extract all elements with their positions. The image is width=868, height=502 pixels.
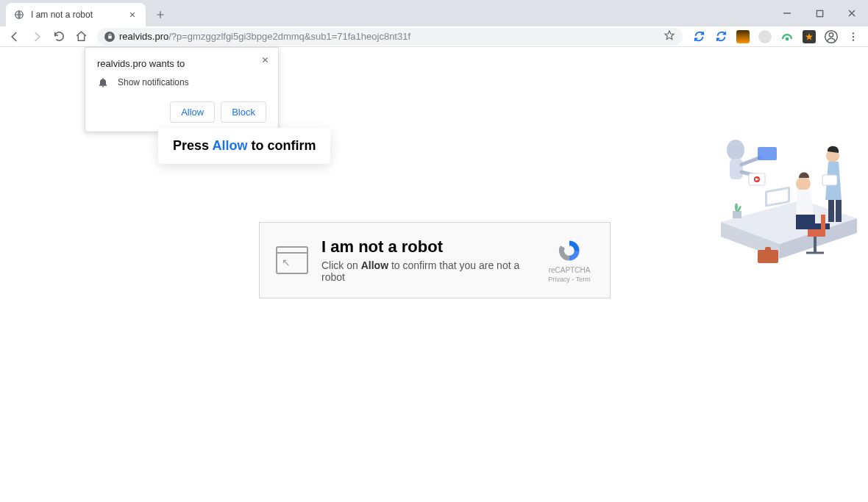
- address-bar[interactable]: realvids.pro/?p=gmzggzlfgi5gi3bpge2dmmq&…: [97, 28, 683, 46]
- allow-button[interactable]: Allow: [170, 101, 215, 123]
- profile-icon[interactable]: [821, 26, 842, 47]
- svg-rect-18: [811, 223, 830, 229]
- svg-rect-21: [828, 200, 834, 222]
- extension-sync2-icon[interactable]: [712, 28, 730, 46]
- svg-point-2: [786, 37, 789, 40]
- svg-point-16: [796, 176, 811, 191]
- home-button[interactable]: [71, 26, 91, 47]
- bell-icon: [97, 76, 109, 88]
- press-text-pre: Press: [173, 138, 212, 153]
- lock-icon: [104, 32, 115, 42]
- svg-point-11: [727, 140, 744, 160]
- recaptcha-links: Privacy - Term: [545, 276, 594, 283]
- bookmark-star-icon[interactable]: [664, 29, 675, 44]
- press-allow-tooltip: Press Allow to confirm: [158, 128, 330, 164]
- svg-point-7: [853, 39, 854, 40]
- maximize-button[interactable]: [803, 0, 836, 26]
- forward-button[interactable]: [26, 26, 47, 47]
- svg-rect-10: [733, 211, 741, 218]
- recaptcha-icon: [557, 238, 582, 263]
- reload-button[interactable]: [49, 26, 69, 47]
- svg-rect-12: [730, 159, 743, 179]
- page-content: realvids.pro wants to Show notifications…: [0, 47, 868, 502]
- extension-star-icon[interactable]: [800, 28, 818, 46]
- new-tab-button[interactable]: [150, 4, 171, 25]
- svg-rect-23: [822, 175, 837, 185]
- svg-rect-13: [758, 147, 777, 160]
- close-popup-icon[interactable]: [257, 52, 272, 67]
- extension-sync-icon[interactable]: [690, 28, 708, 46]
- svg-rect-1: [817, 10, 822, 16]
- press-text-post: to confirm: [247, 138, 316, 153]
- notification-permission-popup: realvids.pro wants to Show notifications…: [85, 47, 279, 132]
- svg-rect-24: [758, 250, 778, 263]
- globe-icon: [13, 9, 25, 21]
- minimize-button[interactable]: [771, 0, 803, 26]
- svg-rect-22: [836, 200, 842, 222]
- block-button[interactable]: Block: [221, 101, 266, 123]
- window-popup-icon: ↖: [276, 246, 308, 274]
- extension-green-icon[interactable]: [778, 28, 796, 46]
- tab-title: I am not a robot: [31, 10, 127, 20]
- recaptcha-label: reCAPTCHA: [545, 266, 594, 274]
- close-tab-icon[interactable]: [127, 9, 138, 21]
- captcha-subtitle: Click on Allow to confirm that you are n…: [321, 259, 545, 283]
- toolbar: realvids.pro/?p=gmzggzlfgi5gi3bpge2dmmq&…: [0, 26, 868, 47]
- decorative-illustration: [714, 104, 861, 281]
- captcha-title: I am not a robot: [321, 237, 545, 257]
- permission-item: Show notifications: [118, 77, 189, 87]
- svg-point-5: [853, 32, 854, 34]
- svg-rect-25: [765, 247, 771, 251]
- close-window-button[interactable]: [836, 0, 868, 26]
- svg-rect-19: [814, 237, 817, 253]
- back-button[interactable]: [4, 26, 25, 47]
- svg-point-6: [853, 35, 854, 37]
- menu-icon[interactable]: [843, 26, 864, 47]
- captcha-card: ↖ I am not a robot Click on Allow to con…: [259, 222, 611, 298]
- extension-gray-icon[interactable]: [756, 28, 774, 46]
- recaptcha-badge: reCAPTCHA Privacy - Term: [545, 238, 594, 283]
- svg-point-4: [829, 32, 833, 36]
- permission-header: realvids.pro wants to: [97, 58, 266, 69]
- browser-tab[interactable]: I am not a robot: [6, 3, 146, 26]
- url-text: realvids.pro/?p=gmzggzlfgi5gi3bpge2dmmq&…: [119, 31, 410, 42]
- window-controls: [771, 0, 868, 26]
- extension-orange-icon[interactable]: [734, 28, 752, 46]
- titlebar: I am not a robot: [0, 0, 868, 26]
- press-text-allow: Allow: [212, 138, 247, 153]
